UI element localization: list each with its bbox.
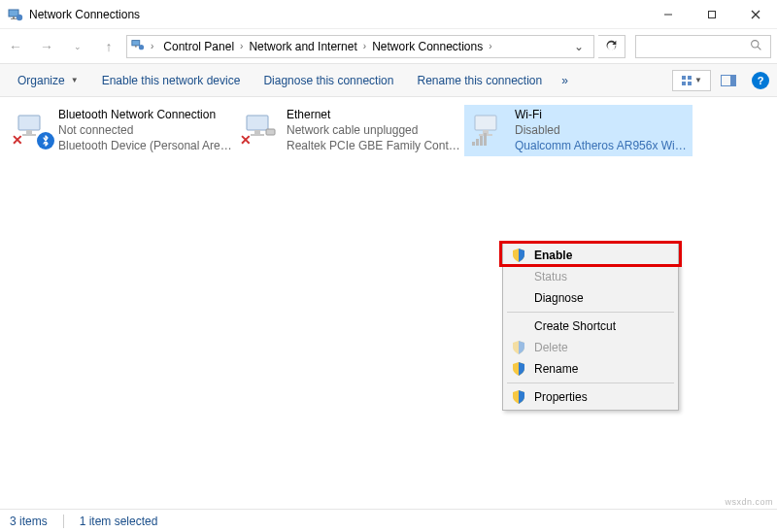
context-menu-delete: Delete xyxy=(505,337,676,358)
diagnose-connection-button[interactable]: Diagnose this connection xyxy=(253,70,403,91)
connection-status: Disabled xyxy=(515,122,689,138)
diagnose-connection-label: Diagnose this connection xyxy=(263,74,393,87)
shield-icon xyxy=(511,341,526,354)
rename-connection-button[interactable]: Rename this connection xyxy=(407,70,552,91)
connection-name: Bluetooth Network Connection xyxy=(58,107,232,122)
svg-rect-21 xyxy=(22,134,36,136)
connection-name: Wi-Fi xyxy=(515,107,689,122)
breadcrumb-item-network-connections[interactable]: Network Connections xyxy=(368,38,487,55)
connection-item-bluetooth[interactable]: ✕ Bluetooth Network Connection Not conne… xyxy=(8,105,236,156)
address-dropdown-button[interactable]: ⌄ xyxy=(568,40,590,53)
up-button[interactable]: ↑ xyxy=(95,33,122,60)
address-bar-row: ← → ⌄ ↑ › Control Panel › Network and In… xyxy=(0,29,777,64)
enable-device-button[interactable]: Enable this network device xyxy=(92,70,251,91)
svg-point-11 xyxy=(752,40,759,47)
svg-rect-24 xyxy=(251,134,264,136)
svg-point-10 xyxy=(139,45,144,50)
command-bar: Organize ▼ Enable this network device Di… xyxy=(0,64,777,97)
refresh-button[interactable] xyxy=(598,35,625,58)
svg-rect-18 xyxy=(730,76,735,85)
organize-label: Organize xyxy=(17,74,65,87)
svg-line-12 xyxy=(758,47,760,50)
connection-device: Qualcomm Atheros AR956x Wirel... xyxy=(515,138,689,153)
context-menu-properties[interactable]: Properties xyxy=(505,386,676,408)
connection-status: Not connected xyxy=(58,122,232,138)
connection-status: Network cable unplugged xyxy=(287,122,460,138)
chevron-right-icon[interactable]: › xyxy=(238,41,245,51)
connection-name: Ethernet xyxy=(287,107,460,122)
enable-device-label: Enable this network device xyxy=(102,74,241,87)
status-bar: 3 items 1 item selected xyxy=(0,509,777,532)
forward-button: → xyxy=(33,33,60,60)
help-button[interactable]: ? xyxy=(752,72,769,89)
context-menu-create-shortcut[interactable]: Create Shortcut xyxy=(505,316,676,337)
context-menu-diagnose[interactable]: Diagnose xyxy=(505,287,676,309)
bluetooth-icon xyxy=(37,132,54,150)
search-icon xyxy=(750,39,762,54)
shield-icon xyxy=(511,249,526,262)
chevron-right-icon[interactable]: › xyxy=(149,41,155,51)
svg-rect-2 xyxy=(11,18,17,19)
search-input[interactable] xyxy=(635,35,771,58)
title-bar: Network Connections xyxy=(0,0,777,29)
recent-locations-button[interactable]: ⌄ xyxy=(64,33,91,60)
adapter-icon xyxy=(468,107,509,148)
overflow-label: » xyxy=(561,74,568,87)
window-title: Network Connections xyxy=(29,8,140,21)
context-menu-label: Delete xyxy=(534,341,668,354)
location-icon xyxy=(131,38,145,54)
app-icon xyxy=(8,7,23,22)
overflow-menu[interactable]: » xyxy=(556,70,574,91)
svg-rect-23 xyxy=(254,130,260,134)
separator xyxy=(63,515,64,528)
svg-rect-20 xyxy=(26,130,32,134)
adapter-icon: ✕ xyxy=(12,107,52,148)
context-menu-label: Diagnose xyxy=(534,291,668,305)
breadcrumb: Control Panel › Network and Internet › N… xyxy=(159,38,493,55)
svg-rect-0 xyxy=(9,10,18,17)
shield-icon xyxy=(511,390,526,404)
view-mode-button[interactable]: ▼ xyxy=(672,70,711,91)
svg-rect-1 xyxy=(13,17,15,18)
breadcrumb-item-network-internet[interactable]: Network and Internet xyxy=(245,38,360,55)
connection-device: Bluetooth Device (Personal Area ... xyxy=(58,138,232,153)
breadcrumb-item-control-panel[interactable]: Control Panel xyxy=(159,38,238,55)
error-icon: ✕ xyxy=(12,132,23,148)
svg-rect-8 xyxy=(132,41,140,46)
connection-item-wifi[interactable]: Wi-Fi Disabled Qualcomm Atheros AR956x W… xyxy=(464,105,693,156)
context-menu-enable[interactable]: Enable xyxy=(505,245,676,266)
context-menu-label: Enable xyxy=(534,249,668,262)
watermark: wsxdn.com xyxy=(725,497,773,507)
adapter-icon: ✕ xyxy=(240,107,281,148)
preview-pane-button[interactable] xyxy=(715,69,742,92)
dropdown-icon: ▼ xyxy=(71,76,79,84)
context-menu-label: Rename xyxy=(534,362,668,376)
svg-rect-16 xyxy=(688,82,692,85)
organize-menu[interactable]: Organize ▼ xyxy=(8,70,88,91)
chevron-right-icon[interactable]: › xyxy=(361,41,368,51)
chevron-right-icon[interactable]: › xyxy=(487,41,493,51)
svg-rect-22 xyxy=(247,116,268,130)
address-box[interactable]: › Control Panel › Network and Internet ›… xyxy=(126,35,594,58)
context-menu: Enable Status Diagnose Create Shortcut D… xyxy=(502,242,679,411)
context-menu-label: Create Shortcut xyxy=(534,319,668,333)
wifi-signal-icon xyxy=(472,133,487,146)
connection-item-ethernet[interactable]: ✕ Ethernet Network cable unplugged Realt… xyxy=(236,105,464,156)
rename-connection-label: Rename this connection xyxy=(417,74,542,87)
svg-rect-26 xyxy=(475,116,496,130)
status-selection-count: 1 item selected xyxy=(80,515,158,528)
status-item-count: 3 items xyxy=(10,515,48,528)
maximize-button[interactable] xyxy=(690,0,733,29)
shield-icon xyxy=(511,362,526,376)
error-icon: ✕ xyxy=(240,132,252,148)
context-menu-rename[interactable]: Rename xyxy=(505,358,676,380)
svg-rect-9 xyxy=(135,46,137,48)
svg-rect-19 xyxy=(18,116,40,130)
dropdown-icon: ▼ xyxy=(694,76,702,84)
minimize-button[interactable] xyxy=(646,0,690,29)
back-button[interactable]: ← xyxy=(2,33,29,60)
svg-rect-5 xyxy=(708,11,715,17)
svg-rect-15 xyxy=(682,82,686,85)
svg-rect-14 xyxy=(688,76,692,80)
close-button[interactable] xyxy=(733,0,777,29)
